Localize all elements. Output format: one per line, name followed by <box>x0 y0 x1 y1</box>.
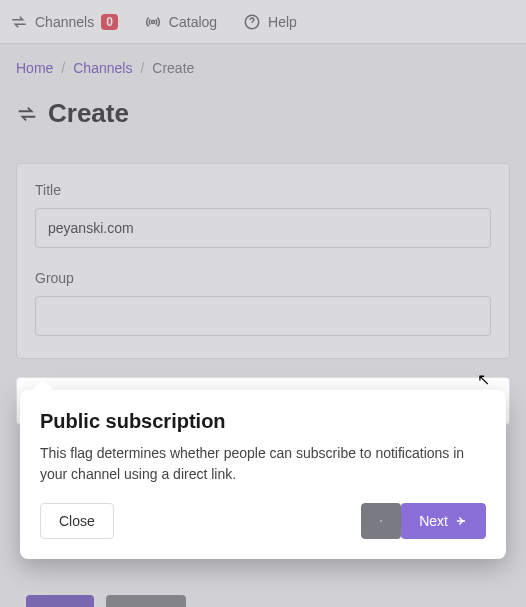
breadcrumb-home[interactable]: Home <box>16 60 53 76</box>
nav-channels[interactable]: Channels 0 <box>10 13 118 31</box>
arrow-left-icon <box>379 514 383 528</box>
back-button[interactable] <box>361 503 401 539</box>
title-label: Title <box>35 182 491 198</box>
close-button[interactable]: Close <box>40 503 114 539</box>
swap-icon <box>16 103 38 125</box>
nav-catalog-label: Catalog <box>169 14 217 30</box>
breadcrumb-current: Create <box>152 60 194 76</box>
page-title: Create <box>48 98 129 129</box>
nav-catalog[interactable]: Catalog <box>144 13 217 31</box>
save-button[interactable]: Save <box>26 595 94 607</box>
nav-channels-label: Channels <box>35 14 94 30</box>
breadcrumb-sep: / <box>140 60 144 76</box>
help-icon <box>243 13 261 31</box>
top-nav: Channels 0 Catalog Help <box>0 0 526 44</box>
cancel-button[interactable]: Cancel <box>106 595 186 607</box>
group-label: Group <box>35 270 491 286</box>
breadcrumb-sep: / <box>61 60 65 76</box>
form-card: Title Group <box>16 163 510 359</box>
next-button[interactable]: Next <box>401 503 486 539</box>
arrow-right-icon <box>454 514 468 528</box>
nav-channels-badge: 0 <box>101 14 118 30</box>
breadcrumb-channels[interactable]: Channels <box>73 60 132 76</box>
broadcast-icon <box>144 13 162 31</box>
popover-title: Public subscription <box>40 410 486 433</box>
page-title-row: Create <box>16 98 510 129</box>
popover-body: This flag determines whether people can … <box>40 443 486 485</box>
svg-point-0 <box>151 20 154 23</box>
group-input[interactable] <box>35 296 491 336</box>
title-input[interactable] <box>35 208 491 248</box>
breadcrumb: Home / Channels / Create <box>16 60 510 76</box>
form-actions: Save Cancel <box>16 595 510 607</box>
nav-help[interactable]: Help <box>243 13 297 31</box>
next-label: Next <box>419 513 448 529</box>
swap-icon <box>10 13 28 31</box>
nav-help-label: Help <box>268 14 297 30</box>
popover-nav-group: Next <box>361 503 486 539</box>
popover-public-subscription: Public subscription This flag determines… <box>20 390 506 559</box>
